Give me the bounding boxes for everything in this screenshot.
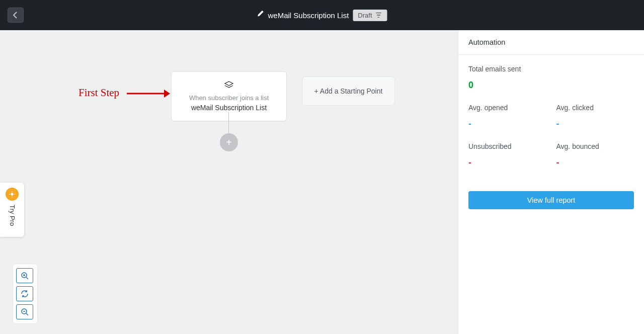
header-center: weMail Subscription List Draft	[257, 10, 387, 21]
stat-label: Avg. opened	[468, 104, 546, 112]
stat-label: Total emails sent	[468, 65, 634, 73]
svg-point-2	[11, 193, 13, 195]
svg-line-8	[26, 313, 28, 315]
stat-value: 0	[468, 80, 634, 91]
annotation-label: First Step	[78, 87, 119, 99]
stat-label: Avg. clicked	[556, 104, 634, 112]
stat-value: -	[556, 119, 634, 129]
plus-icon: +	[226, 137, 232, 148]
add-starting-point-label: + Add a Starting Point	[314, 87, 383, 95]
status-badge-text: Draft	[358, 12, 372, 19]
back-button[interactable]	[8, 8, 24, 23]
trigger-subtitle: When subscriber joins a list	[178, 94, 280, 102]
trigger-card[interactable]: When subscriber joins a list weMail Subs…	[171, 71, 287, 121]
filter-icon	[375, 12, 382, 19]
sidebar-body: Total emails sent 0 Avg. opened - Avg. c…	[458, 55, 644, 219]
stat-label: Avg. bounced	[556, 142, 634, 150]
page-title[interactable]: weMail Subscription List	[268, 11, 349, 20]
pro-badge-icon	[6, 188, 19, 201]
stat-avg-bounced: Avg. bounced -	[556, 142, 634, 168]
layers-icon	[178, 81, 280, 90]
trigger-name: weMail Subscription List	[178, 104, 280, 112]
svg-marker-1	[164, 90, 170, 98]
stat-avg-opened: Avg. opened -	[468, 104, 546, 129]
try-pro-label: Try Pro	[9, 205, 16, 226]
arrow-annotation-icon	[127, 88, 170, 99]
zoom-in-button[interactable]	[16, 268, 33, 283]
zoom-out-icon	[21, 308, 29, 316]
header-bar: weMail Subscription List Draft	[0, 0, 644, 30]
add-step-button[interactable]: +	[220, 133, 238, 151]
automation-canvas[interactable]: First Step When subscriber joins a list …	[0, 30, 458, 334]
connector-line	[228, 112, 229, 134]
sidebar-panel: Automation Total emails sent 0 Avg. open…	[458, 30, 644, 334]
svg-line-4	[26, 277, 28, 279]
add-starting-point-button[interactable]: + Add a Starting Point	[302, 76, 395, 106]
stat-value: -	[468, 157, 546, 168]
try-pro-tab[interactable]: Try Pro	[0, 183, 24, 237]
zoom-in-icon	[21, 272, 29, 280]
pencil-icon	[257, 11, 264, 20]
stat-avg-clicked: Avg. clicked -	[556, 104, 634, 129]
stat-unsubscribed: Unsubscribed -	[468, 142, 546, 168]
stat-total-sent: Total emails sent 0	[468, 65, 634, 91]
stat-value: -	[556, 157, 634, 168]
zoom-out-button[interactable]	[16, 304, 33, 319]
view-report-button[interactable]: View full report	[468, 191, 634, 209]
stat-label: Unsubscribed	[468, 142, 546, 150]
sidebar-title: Automation	[458, 30, 644, 55]
zoom-controls	[13, 264, 38, 324]
refresh-icon	[21, 290, 29, 298]
stat-value: -	[468, 119, 546, 129]
zoom-reset-button[interactable]	[16, 286, 33, 301]
status-badge[interactable]: Draft	[353, 10, 387, 21]
arrow-left-icon	[12, 11, 20, 19]
